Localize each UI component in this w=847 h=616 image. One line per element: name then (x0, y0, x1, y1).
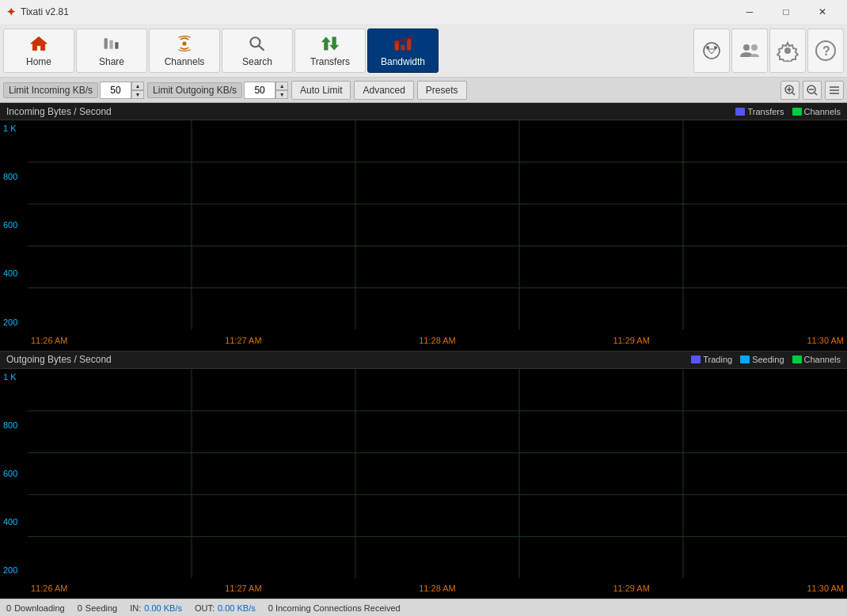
out-x-label-1128: 11:28 AM (419, 584, 455, 593)
charts-area: Incoming Bytes / Second Transfers Channe… (0, 103, 847, 599)
svg-point-21 (784, 48, 791, 54)
limit-outgoing-spinbtns: ▲ ▼ (275, 82, 288, 99)
x-label-1127: 11:27 AM (225, 336, 261, 345)
outgoing-chart: Outgoing Bytes / Second Trading Seeding … (0, 352, 847, 599)
outgoing-y-labels: 200 400 600 800 1 K (0, 369, 28, 579)
out-label: OUT: (195, 603, 215, 613)
channels-legend-label: Channels (804, 107, 841, 116)
nav-channels-button[interactable]: Channels (149, 29, 220, 73)
nav-bandwidth-label: Bandwidth (381, 56, 425, 67)
limit-outgoing-spinner: ▲ ▼ (244, 82, 288, 99)
downloading-count: 0 (6, 603, 11, 613)
out-y-label-400: 400 (3, 517, 25, 527)
out-y-label-800: 800 (3, 420, 25, 430)
zoom-in-button[interactable] (781, 81, 800, 100)
transfers-icon (321, 34, 340, 53)
out-value[interactable]: 0.00 KB/s (218, 603, 256, 613)
outgoing-legend-trading: Trading (691, 355, 732, 364)
limit-outgoing-input[interactable] (244, 82, 275, 99)
in-value[interactable]: 0.00 KB/s (144, 603, 182, 613)
downloading-label: Downloading (14, 603, 65, 613)
out-y-label-600: 600 (3, 469, 25, 478)
bandwidth-icon (393, 34, 412, 53)
nav-home-label: Home (26, 56, 51, 67)
limit-incoming-input[interactable] (100, 82, 131, 99)
limit-incoming-spinbtns: ▲ ▼ (131, 82, 144, 99)
transfers-legend-label: Transfers (747, 107, 784, 116)
limit-incoming-group: Limit Incoming KB/s ▲ ▼ (3, 82, 144, 99)
trading-legend-label: Trading (703, 355, 732, 364)
home-icon (29, 34, 48, 53)
y-label-600: 600 (3, 220, 25, 230)
limit-outgoing-group: Limit Outgoing KB/s ▲ ▼ (147, 82, 288, 99)
out-x-label-1130: 11:30 AM (807, 584, 844, 593)
svg-rect-10 (401, 44, 405, 50)
svg-line-25 (792, 93, 795, 95)
zoom-out-button[interactable] (803, 81, 822, 100)
nav-users-button[interactable] (731, 29, 768, 73)
channels-legend-dot (792, 108, 802, 116)
nav-search-label: Search (242, 56, 272, 67)
svg-line-16 (708, 49, 712, 54)
menu-button[interactable] (825, 81, 844, 100)
svg-point-5 (250, 37, 260, 47)
nav-transfers-button[interactable]: Transfers (294, 29, 366, 73)
limit-incoming-up[interactable]: ▲ (131, 82, 144, 90)
svg-line-6 (259, 45, 264, 50)
svg-point-13 (704, 43, 720, 59)
incoming-plot-area (28, 120, 847, 330)
nav-settings-button[interactable] (769, 29, 806, 73)
out-x-label-1129: 11:29 AM (613, 584, 649, 593)
app-icon: ✦ (6, 6, 16, 18)
status-bar: 0 Downloading 0 Seeding IN: 0.00 KB/s OU… (0, 599, 847, 616)
svg-rect-1 (104, 38, 108, 49)
title-bar-left: ✦ Tixati v2.81 (6, 6, 69, 18)
outgoing-chart-legend: Trading Seeding Channels (691, 355, 841, 364)
svg-point-15 (714, 46, 717, 49)
outgoing-legend-channels: Channels (792, 355, 841, 364)
nav-share-label: Share (99, 56, 124, 67)
limit-outgoing-up[interactable]: ▲ (275, 82, 288, 90)
svg-rect-3 (115, 42, 118, 49)
toolbar: Limit Incoming KB/s ▲ ▼ Limit Outgoing K… (0, 78, 847, 103)
svg-line-17 (712, 49, 716, 54)
out-y-label-1k: 1 K (3, 372, 25, 382)
nav-search-button[interactable]: Search (222, 29, 293, 73)
incoming-chart-body: 200 400 600 800 1 K (0, 120, 847, 351)
incoming-chart-header: Incoming Bytes / Second Transfers Channe… (0, 103, 847, 120)
x-label-1128: 11:28 AM (419, 336, 455, 345)
x-label-1126: 11:26 AM (31, 336, 67, 345)
nav-peers-button[interactable] (693, 29, 730, 73)
svg-text:?: ? (822, 44, 830, 58)
svg-marker-0 (31, 36, 47, 50)
transfers-legend-dot (735, 108, 745, 116)
nav-share-button[interactable]: Share (76, 29, 147, 73)
close-button[interactable]: ✕ (804, 0, 841, 24)
limit-incoming-down[interactable]: ▼ (131, 90, 144, 99)
nav-bandwidth-button[interactable]: Bandwidth (367, 29, 439, 73)
svg-point-4 (182, 41, 186, 45)
advanced-button[interactable]: Advanced (354, 81, 413, 100)
in-label: IN: (130, 603, 141, 613)
outgoing-channels-legend-dot (792, 356, 802, 363)
incoming-chart: Incoming Bytes / Second Transfers Channe… (0, 103, 847, 352)
nav-home-button[interactable]: Home (3, 29, 74, 73)
nav-help-button[interactable]: ? (807, 29, 844, 73)
seeding-count: 0 (78, 603, 82, 613)
presets-button[interactable]: Presets (417, 81, 467, 100)
x-label-1130: 11:30 AM (807, 336, 844, 345)
seeding-legend-label: Seeding (752, 355, 784, 364)
outgoing-chart-body: 200 400 600 800 1 K (0, 369, 847, 599)
minimize-button[interactable]: ─ (731, 0, 768, 24)
nav-transfers-label: Transfers (310, 56, 350, 67)
app-title: Tixati v2.81 (21, 6, 69, 17)
incoming-x-labels: 11:26 AM 11:27 AM 11:28 AM 11:29 AM 11:3… (28, 330, 847, 351)
outgoing-x-labels: 11:26 AM 11:27 AM 11:28 AM 11:29 AM 11:3… (28, 578, 847, 599)
maximize-button[interactable]: □ (768, 0, 804, 24)
seeding-status: 0 Seeding (78, 603, 118, 613)
out-status: OUT: 0.00 KB/s (195, 603, 256, 613)
auto-limit-button[interactable]: Auto Limit (291, 81, 351, 100)
nav-channels-label: Channels (165, 56, 205, 67)
limit-outgoing-down[interactable]: ▼ (275, 90, 288, 99)
y-label-400: 400 (3, 268, 25, 278)
